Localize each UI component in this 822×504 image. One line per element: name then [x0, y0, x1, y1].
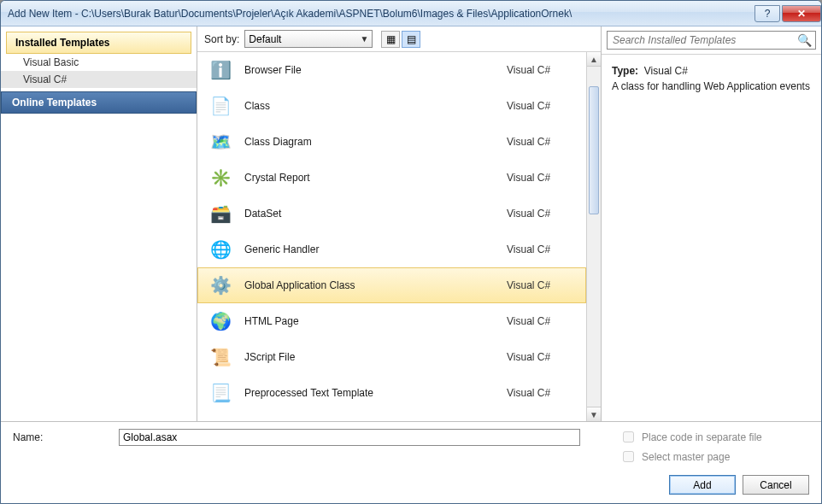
grid-small-icon: ▦ [386, 33, 396, 45]
template-name: Preprocessed Text Template [244, 387, 495, 399]
template-row[interactable]: 📄ClassVisual C# [197, 88, 586, 124]
template-lang: Visual C# [507, 208, 575, 220]
template-row[interactable]: ℹ️Browser FileVisual C# [197, 52, 586, 88]
template-row[interactable]: 📃Preprocessed Text TemplateVisual C# [197, 375, 586, 411]
bottom-bar: Name: Place code in separate file Select… [1, 421, 821, 503]
category-visual-csharp[interactable]: Visual C# [1, 71, 197, 88]
view-medium-icons-button[interactable]: ▤ [402, 31, 420, 48]
select-master-label: Select master page [642, 451, 730, 463]
sort-dropdown[interactable]: Default ▼ [244, 30, 373, 48]
select-master-check-input [623, 451, 634, 462]
template-name: Browser File [244, 64, 495, 76]
template-name: Crystal Report [244, 172, 495, 184]
search-box[interactable]: 🔍 [607, 31, 816, 50]
template-name: Class Diagram [244, 136, 495, 148]
sort-label: Sort by: [204, 33, 239, 45]
template-icon: 🌐 [208, 237, 232, 261]
template-name: Generic Handler [244, 243, 495, 255]
template-icon: 🗺️ [208, 130, 232, 154]
toolbar: Sort by: Default ▼ ▦ ▤ [197, 26, 601, 52]
close-icon: ✕ [797, 8, 806, 20]
template-row[interactable]: 🌍HTML PageVisual C# [197, 303, 586, 339]
cancel-button[interactable]: Cancel [743, 475, 809, 495]
dialog-window: Add New Item - C:\Users\Burak Batur\Docu… [0, 0, 822, 504]
template-icon: ℹ️ [208, 58, 232, 82]
help-button[interactable]: ? [754, 5, 780, 22]
template-row[interactable]: 📜JScript FileVisual C# [197, 339, 586, 375]
add-button[interactable]: Add [669, 475, 736, 495]
template-icon: 🌍 [208, 309, 232, 333]
template-lang: Visual C# [507, 172, 575, 184]
scroll-down-icon[interactable]: ▼ [587, 407, 601, 421]
template-icon: 📄 [208, 94, 232, 118]
view-small-icons-button[interactable]: ▦ [381, 31, 400, 48]
details-pane: 🔍 Type: Visual C# A class for handling W… [601, 26, 821, 421]
templates-pane: Sort by: Default ▼ ▦ ▤ ℹ️Browser FileVis… [197, 26, 601, 421]
template-icon: 📃 [208, 381, 232, 405]
template-lang: Visual C# [507, 136, 575, 148]
online-templates-header[interactable]: Online Templates [1, 91, 197, 114]
template-name: Global Application Class [244, 279, 495, 291]
scroll-thumb[interactable] [589, 86, 599, 214]
search-icon[interactable]: 🔍 [797, 33, 812, 47]
template-lang: Visual C# [507, 351, 575, 363]
place-code-check-input [623, 431, 634, 442]
chevron-down-icon: ▼ [360, 34, 368, 44]
dialog-body: Installed Templates Visual Basic Visual … [1, 26, 821, 421]
template-row[interactable]: 🗺️Class DiagramVisual C# [197, 124, 586, 160]
template-row[interactable]: 🌐Generic HandlerVisual C# [197, 231, 586, 267]
template-name: Class [244, 100, 495, 112]
type-label: Type: [612, 65, 638, 77]
help-icon: ? [765, 8, 771, 20]
name-label: Name: [13, 431, 107, 443]
template-row[interactable]: ⚙️Global Application ClassVisual C# [197, 267, 586, 303]
grid-medium-icon: ▤ [407, 33, 416, 45]
type-value: Visual C# [644, 65, 688, 77]
template-row[interactable]: 🗃️DataSetVisual C# [197, 196, 586, 231]
scrollbar[interactable]: ▲ ▼ [586, 52, 601, 421]
template-lang: Visual C# [507, 100, 575, 112]
template-list: ℹ️Browser FileVisual C#📄ClassVisual C#🗺️… [197, 52, 601, 421]
template-icon: 📜 [208, 345, 232, 369]
place-code-label: Place code in separate file [642, 431, 762, 443]
scroll-up-icon[interactable]: ▲ [587, 52, 601, 67]
template-name: DataSet [244, 208, 495, 220]
template-lang: Visual C# [507, 243, 575, 255]
title-bar[interactable]: Add New Item - C:\Users\Burak Batur\Docu… [1, 1, 821, 26]
installed-templates-header[interactable]: Installed Templates [6, 32, 191, 54]
category-visual-basic[interactable]: Visual Basic [1, 54, 197, 71]
template-lang: Visual C# [507, 315, 575, 327]
template-lang: Visual C# [507, 64, 575, 76]
description-text: A class for handling Web Application eve… [612, 80, 810, 92]
template-row[interactable]: ✳️Crystal ReportVisual C# [197, 160, 586, 196]
categories-pane: Installed Templates Visual Basic Visual … [1, 26, 197, 421]
template-icon: ⚙️ [208, 273, 232, 297]
template-name: JScript File [244, 351, 495, 363]
template-icon: ✳️ [208, 166, 232, 190]
select-master-checkbox: Select master page [619, 448, 809, 465]
template-lang: Visual C# [507, 279, 575, 291]
template-lang: Visual C# [507, 387, 575, 399]
place-code-checkbox: Place code in separate file [619, 429, 809, 445]
template-description: Type: Visual C# A class for handling Web… [602, 55, 821, 103]
close-button[interactable]: ✕ [782, 5, 821, 22]
name-input[interactable] [119, 429, 580, 446]
search-input[interactable] [611, 33, 797, 47]
window-title: Add New Item - C:\Users\Burak Batur\Docu… [8, 8, 753, 20]
template-icon: 🗃️ [208, 202, 232, 226]
sort-value: Default [249, 33, 281, 45]
template-name: HTML Page [244, 315, 495, 327]
